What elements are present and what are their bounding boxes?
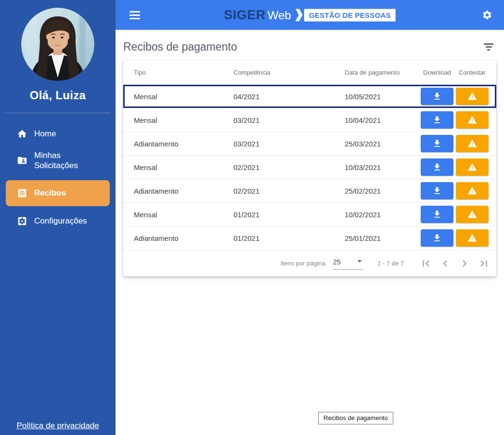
warning-icon (467, 233, 477, 243)
table-row: Mensal 03/2021 10/04/2021 (123, 108, 496, 132)
download-icon (432, 186, 442, 196)
table-row: Mensal 04/2021 10/05/2021 (123, 84, 496, 108)
cell-competencia: 01/2021 (233, 211, 345, 219)
gear-icon[interactable] (482, 10, 492, 20)
column-header-competencia: Competência (233, 69, 345, 76)
download-button[interactable] (421, 206, 453, 223)
download-button[interactable] (421, 229, 453, 247)
contest-button[interactable] (456, 229, 489, 247)
contest-button[interactable] (456, 206, 489, 223)
cell-competencia: 01/2021 (233, 234, 345, 242)
table-header: Tipo Competência Data de pagamento Downl… (123, 60, 496, 84)
download-icon (432, 162, 442, 172)
cell-data-pagamento: 10/05/2021 (345, 92, 418, 101)
download-icon (432, 210, 442, 219)
next-page-icon[interactable] (455, 254, 474, 273)
download-icon (432, 139, 442, 148)
sidebar-item-recibos[interactable]: Recibos (6, 180, 110, 206)
home-icon (16, 128, 28, 140)
brand-badge: GESTÃO DE PESSOAS (304, 9, 396, 21)
contest-button[interactable] (456, 182, 489, 199)
brand-siger: SIGER (224, 8, 266, 23)
topbar: SIGER Web GESTÃO DE PESSOAS (116, 0, 504, 30)
link-tooltip: Recibos de pagamento (318, 412, 393, 424)
column-header-download: Download (418, 69, 456, 76)
warning-icon (467, 115, 477, 125)
main-content: Recibos de pagamento Tipo Competência Da… (116, 30, 504, 435)
sidebar-item-label: Configurações (34, 216, 87, 226)
brand-web: Web (268, 8, 291, 22)
download-button[interactable] (421, 111, 453, 129)
warning-icon (467, 186, 477, 196)
sidebar-divider (5, 113, 111, 113)
filter-icon[interactable] (480, 40, 497, 53)
table-row: Mensal 01/2021 10/02/2021 (123, 202, 496, 226)
download-button[interactable] (421, 135, 453, 152)
cell-tipo: Adiantamento (134, 234, 233, 242)
table-row: Adiantamento 02/2021 25/02/2021 (123, 179, 496, 202)
folder-shared-icon (16, 155, 28, 166)
warning-icon (467, 210, 477, 219)
contest-button[interactable] (456, 158, 489, 176)
download-button[interactable] (421, 182, 453, 199)
cell-data-pagamento: 10/03/2021 (345, 163, 418, 171)
cell-tipo: Mensal (134, 116, 233, 124)
prev-page-icon[interactable] (436, 254, 455, 273)
sidebar-menu: Home Minhas Solicitações Recibos Configu… (0, 125, 116, 230)
column-header-data-pagamento: Data de pagamento (345, 69, 418, 76)
items-per-page-value: 25 (333, 258, 341, 266)
table-row: Adiantamento 01/2021 25/01/2021 (123, 226, 496, 250)
column-header-contestar: Contestar (456, 69, 489, 76)
first-page-icon[interactable] (416, 254, 436, 273)
download-button[interactable] (421, 158, 453, 176)
contest-button[interactable] (456, 88, 489, 105)
warning-icon (467, 92, 477, 101)
cell-data-pagamento: 25/02/2021 (345, 187, 418, 195)
table-body: Mensal 04/2021 10/05/2021 Mensal 03/2021… (123, 84, 496, 250)
sidebar-item-minhas-solicitacoes[interactable]: Minhas Solicitações (0, 147, 116, 174)
cell-data-pagamento: 10/04/2021 (345, 116, 418, 124)
cell-competencia: 03/2021 (233, 116, 345, 124)
download-icon (432, 233, 442, 243)
download-button[interactable] (421, 88, 453, 105)
sidebar-item-home[interactable]: Home (0, 125, 116, 143)
cell-data-pagamento: 10/02/2021 (345, 211, 418, 219)
settings-app-icon (16, 215, 28, 227)
items-per-page-select[interactable]: 25 (332, 257, 363, 270)
privacy-policy-link[interactable]: Política de privacidade (0, 421, 116, 431)
download-icon (432, 92, 442, 101)
cell-tipo: Mensal (134, 163, 233, 171)
cell-competencia: 04/2021 (233, 92, 345, 101)
cell-competencia: 03/2021 (233, 140, 345, 148)
cell-data-pagamento: 25/03/2021 (345, 140, 418, 148)
cell-competencia: 02/2021 (233, 163, 345, 171)
cell-tipo: Mensal (134, 211, 233, 219)
table-row: Adiantamento 03/2021 25/03/2021 (123, 132, 496, 155)
cell-tipo: Adiantamento (134, 187, 233, 195)
page-title: Recibos de pagamento (123, 40, 237, 53)
paginator: Itens por página 25 1 - 7 de 7 (123, 250, 496, 277)
contest-button[interactable] (456, 135, 489, 152)
cell-data-pagamento: 25/01/2021 (345, 234, 418, 242)
receipt-icon (16, 187, 28, 199)
warning-icon (467, 162, 477, 172)
page-range-label: 1 - 7 de 7 (377, 260, 404, 267)
brand-chevron-icon (296, 9, 303, 21)
greeting: Olá, Luiza (0, 89, 116, 102)
contest-button[interactable] (456, 111, 489, 129)
menu-icon[interactable] (128, 9, 142, 21)
download-icon (432, 115, 442, 125)
cell-competencia: 02/2021 (233, 187, 345, 195)
column-header-tipo: Tipo (134, 69, 233, 76)
sidebar-item-label: Home (34, 129, 56, 139)
warning-icon (467, 139, 477, 148)
table-row: Mensal 02/2021 10/03/2021 (123, 155, 496, 179)
sidebar-item-label: Minhas Solicitações (34, 150, 106, 171)
items-per-page-label: Itens por página (281, 260, 325, 267)
avatar (21, 8, 94, 81)
sidebar: Olá, Luiza Home Minhas Solicitações Reci… (0, 0, 116, 435)
dropdown-caret-icon (357, 260, 362, 263)
last-page-icon[interactable] (474, 254, 493, 273)
sidebar-item-configuracoes[interactable]: Configurações (0, 212, 116, 230)
cell-tipo: Adiantamento (134, 140, 233, 148)
